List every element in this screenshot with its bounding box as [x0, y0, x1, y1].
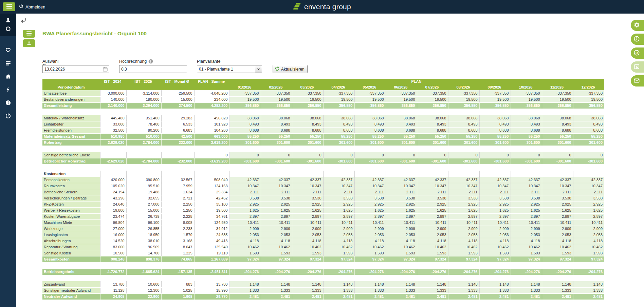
- page-title: BWA Planerfassungsbericht - Orgunit 100: [42, 31, 147, 37]
- cell-month-01: 10.347: [229, 183, 261, 189]
- main-menu-button[interactable]: [3, 2, 15, 11]
- cell-month-06: -337.350: [386, 90, 417, 96]
- cell-month-09: 1.625: [479, 207, 511, 213]
- cell-ist-monat: -232.000: [161, 139, 194, 146]
- cell-month-01: 2.925: [229, 201, 261, 207]
- cell-ist-2025: 14.700: [126, 250, 161, 256]
- cell-ist-2025: 10.600: [126, 281, 161, 287]
- cell-month-06: 1.148: [386, 281, 417, 287]
- cell-month-03: 10.411: [292, 219, 323, 226]
- cell-month-02: 2.053: [261, 232, 292, 238]
- cell-month-08: 10.462: [448, 244, 479, 250]
- refresh-button[interactable]: Aktualisieren: [273, 65, 308, 73]
- cell-month-01: 2.111: [229, 189, 261, 195]
- table-row: Kosten Warenabgabe23.47426.7392.22834.76…: [42, 213, 604, 219]
- cell-month-08: 1.333: [448, 287, 479, 293]
- cell-month-08: 10.347: [448, 183, 479, 189]
- cell-month-04: 10.411: [323, 219, 354, 226]
- cell-month-11: 3.538: [542, 195, 573, 201]
- hochrechnung-input[interactable]: [119, 65, 187, 73]
- main-content: BWA Planerfassungsbericht - Orgunit 100 …: [16, 14, 644, 307]
- cell-month-12: 8.493: [573, 121, 604, 127]
- cell-month-03: 2.053: [292, 232, 323, 238]
- cell-month-12: 10.411: [573, 219, 604, 226]
- cell-month-12: [573, 171, 604, 177]
- cell-ist-2024: 908.248: [100, 256, 126, 262]
- cell-month-05: 97.324: [354, 256, 386, 262]
- cell-month-02: 1.625: [261, 207, 292, 213]
- cell-month-05: -204.276: [354, 269, 386, 275]
- person-icon[interactable]: [5, 17, 11, 23]
- spacer-row: [42, 164, 604, 171]
- cell-ist-monat: -15.000: [161, 96, 194, 102]
- table-row: Fremdleistungen32.50080.2006.683104.2608…: [42, 127, 604, 133]
- power-icon[interactable]: [5, 113, 11, 119]
- cell-ist-2024: 11.128: [100, 287, 126, 293]
- cell-month-07: -301.600: [417, 158, 448, 164]
- cell-month-08: 2.909: [448, 226, 479, 232]
- spacer-cell: [42, 164, 604, 171]
- row-label: Reparatur / Wartung: [42, 244, 100, 250]
- cell-month-03: -301.600: [292, 158, 323, 164]
- cell-plan-summe: 508.040: [194, 177, 229, 183]
- cell-month-12: -356.850: [573, 102, 604, 109]
- info-badge-icon[interactable]: [148, 59, 153, 64]
- column-header-3: PLAN - Summe: [194, 79, 229, 84]
- ring-icon[interactable]: [5, 26, 11, 32]
- cell-month-05: 10.411: [354, 219, 386, 226]
- month-header-04: 04/2026: [323, 84, 354, 90]
- home-icon[interactable]: [5, 73, 11, 79]
- cell-month-08: 55.250: [448, 133, 479, 139]
- bolt-icon[interactable]: [5, 87, 11, 93]
- cell-month-12: 2.909: [573, 226, 604, 232]
- cell-month-03: -301.600: [292, 139, 323, 146]
- cell-month-11: [542, 171, 573, 177]
- heart-icon[interactable]: [5, 47, 11, 53]
- cell-month-07: 10.462: [417, 244, 448, 250]
- table-row: Betriebsergebnis-1.720.772-1.885.624-157…: [42, 269, 604, 275]
- return-arrow-icon[interactable]: [20, 18, 26, 24]
- cell-month-07: 8.688: [417, 127, 448, 133]
- cell-month-03: [292, 171, 323, 177]
- cell-month-03: 1.625: [292, 207, 323, 213]
- cell-month-12: 4.118: [573, 238, 604, 244]
- report-menu-button[interactable]: [23, 30, 35, 38]
- info-icon[interactable]: [5, 100, 11, 106]
- cell-month-05: -356.850: [354, 102, 386, 109]
- table-row: Personalkosten420.000390.80032.567508.04…: [42, 177, 604, 183]
- cell-month-02: 1.593: [261, 250, 292, 256]
- cell-month-11: 0: [542, 152, 573, 158]
- server-icon[interactable]: [5, 60, 11, 66]
- planvariante-select[interactable]: 01 - Planvariante 1: [197, 65, 262, 73]
- cell-ist-2025: 80.200: [126, 127, 161, 133]
- cell-month-02: 2.481: [261, 293, 292, 300]
- cell-month-11: 10.462: [542, 244, 573, 250]
- cell-month-10: 0: [511, 152, 542, 158]
- plan-year-input[interactable]: [42, 65, 109, 73]
- logout-button[interactable]: Abmelden: [19, 0, 45, 14]
- cell-month-04: 8.493: [323, 121, 354, 127]
- cell-ist-2024: 420.000: [100, 177, 126, 183]
- table-header-row-groups: IST - 2024IST - 2025IST - Monat ØPLAN - …: [42, 79, 604, 84]
- cell-month-03: -337.350: [292, 90, 323, 96]
- cell-ist-monat: 2.228: [161, 213, 194, 219]
- cell-month-10: 8.493: [511, 121, 542, 127]
- row-label: Betriebsergebnis: [42, 269, 100, 275]
- header-blank: [194, 84, 229, 90]
- cell-month-01: 8.688: [229, 127, 261, 133]
- cell-ist-2024: 16.000: [100, 232, 126, 238]
- cell-month-08: 2.481: [448, 293, 479, 300]
- cell-ist-monat: 8.008: [161, 219, 194, 226]
- cell-ist-2024: 24.908: [100, 293, 126, 300]
- upload-button[interactable]: [23, 39, 35, 47]
- cell-month-11: 1.593: [542, 250, 573, 256]
- cell-month-07: 2.053: [417, 232, 448, 238]
- cell-month-11: 10.411: [542, 219, 573, 226]
- cell-month-03: 0: [292, 152, 323, 158]
- cell-ist-monat: 6.533: [161, 121, 194, 127]
- cell-month-12: 2.925: [573, 201, 604, 207]
- cell-month-12: 2.897: [573, 213, 604, 219]
- cell-month-09: 0: [479, 152, 511, 158]
- cell-plan-summe: 124.930: [194, 219, 229, 226]
- cell-ist-2024: 24.640: [100, 201, 126, 207]
